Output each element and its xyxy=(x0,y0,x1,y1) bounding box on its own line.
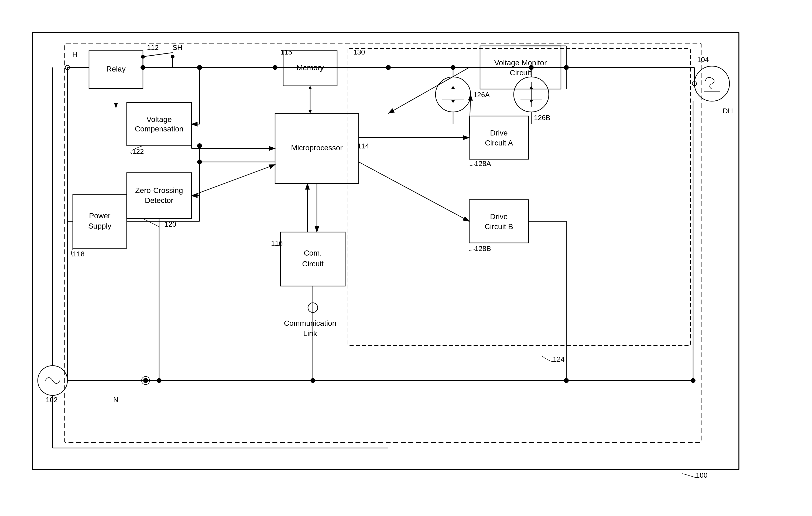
circuit-diagram: Relay Memory Microprocessor Voltage Comp… xyxy=(11,11,801,505)
svg-marker-19 xyxy=(451,86,455,89)
svg-point-86 xyxy=(197,160,202,164)
bulb-104-label: 104 xyxy=(697,56,709,64)
svg-rect-8 xyxy=(127,103,192,146)
svg-point-94 xyxy=(691,378,696,383)
ref-SH: SH xyxy=(173,44,182,52)
ref-115: 115 xyxy=(281,48,292,56)
comm-link-label2: Link xyxy=(303,329,317,337)
ref-128B: 128B xyxy=(475,245,491,253)
voltage-compensation-label2: Compensation xyxy=(135,125,184,133)
voltage-monitor-label: Voltage Monitor xyxy=(494,59,547,67)
svg-marker-20 xyxy=(451,100,455,103)
drive-b-label: Drive xyxy=(490,212,508,221)
triac-126a-label: 126A xyxy=(473,91,490,99)
svg-point-80 xyxy=(157,378,162,383)
relay-label: Relay xyxy=(106,65,126,73)
voltage-compensation-label: Voltage xyxy=(146,115,172,124)
svg-marker-50 xyxy=(309,86,312,89)
svg-point-57 xyxy=(451,65,456,70)
svg-rect-2 xyxy=(32,32,739,469)
zero-crossing-label: Zero-Crossing xyxy=(135,186,183,195)
svg-marker-26 xyxy=(529,100,533,103)
svg-line-48 xyxy=(359,162,469,221)
comm-link-label: Communication xyxy=(284,319,337,327)
svg-point-70 xyxy=(143,378,148,383)
svg-line-100 xyxy=(143,53,173,57)
svg-point-78 xyxy=(197,143,202,148)
svg-rect-10 xyxy=(281,232,345,286)
svg-point-37 xyxy=(386,65,391,70)
svg-rect-9 xyxy=(127,173,192,219)
ref-116: 116 xyxy=(271,239,283,247)
svg-rect-13 xyxy=(469,200,528,243)
ref-100: 100 xyxy=(696,471,707,479)
zero-crossing-label2: Detector xyxy=(145,196,173,205)
svg-point-92 xyxy=(564,378,569,383)
svg-point-36 xyxy=(273,65,278,70)
svg-marker-25 xyxy=(529,86,533,89)
ref-122: 122 xyxy=(132,147,144,156)
svg-point-61 xyxy=(529,65,534,70)
svg-rect-12 xyxy=(469,116,528,159)
microprocessor-label: Microprocessor xyxy=(291,143,343,152)
ref-124: 124 xyxy=(553,355,564,363)
power-supply-label2: Supply xyxy=(88,222,111,230)
com-circuit-label2: Circuit xyxy=(302,260,324,268)
ref-112: 112 xyxy=(147,44,158,52)
power-supply-label: Power xyxy=(89,212,110,220)
com-circuit-label: Com. xyxy=(304,249,322,257)
svg-marker-51 xyxy=(309,110,312,113)
svg-line-46 xyxy=(192,165,275,196)
drive-b-label2: Circuit B xyxy=(485,222,513,231)
ref-130: 130 xyxy=(353,48,365,56)
svg-rect-4 xyxy=(348,49,690,346)
source-102-label: 102 xyxy=(46,396,57,404)
ref-DH: DH xyxy=(723,107,733,115)
ref-N: N xyxy=(113,396,118,404)
ref-128A: 128A xyxy=(475,160,491,168)
triac-126b-label: 126B xyxy=(534,114,550,122)
svg-line-89 xyxy=(388,67,469,113)
svg-rect-14 xyxy=(73,194,127,248)
drive-a-label: Drive xyxy=(490,129,508,137)
voltage-monitor-label2: Circuit xyxy=(510,69,531,77)
ref-114: 114 xyxy=(357,142,369,150)
ref-H: H xyxy=(72,51,78,59)
svg-point-103 xyxy=(171,55,174,59)
svg-point-102 xyxy=(141,55,145,59)
drive-a-label2: Circuit A xyxy=(485,139,513,147)
ref-118: 118 xyxy=(73,250,84,258)
